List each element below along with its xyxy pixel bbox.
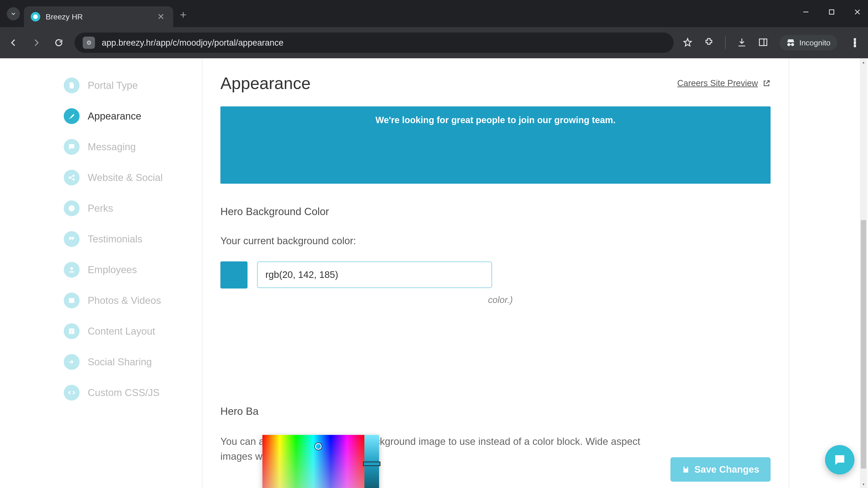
incognito-label: Incognito — [799, 38, 831, 47]
hero-banner-preview: We're looking for great people to join o… — [220, 106, 771, 184]
url-text: app.breezy.hr/app/c/moodjoy/portal/appea… — [102, 38, 283, 48]
external-link-icon — [763, 79, 771, 88]
settings-sidebar: Portal Type Appearance Messaging Website… — [64, 70, 190, 408]
svg-rect-18 — [72, 331, 74, 334]
sidebar-item-label: Messaging — [88, 141, 136, 153]
share-icon — [64, 170, 80, 186]
sidebar-item-appearance[interactable]: Appearance — [64, 101, 190, 131]
preview-link-label: Careers Site Preview — [677, 78, 758, 88]
current-color-label: Your current background color: — [220, 235, 771, 247]
page-header: Appearance Careers Site Preview — [220, 74, 771, 93]
code-icon — [64, 385, 80, 400]
scroll-thumb[interactable] — [861, 220, 866, 468]
save-bar: Save Changes — [202, 457, 789, 482]
browser-menu-button[interactable] — [848, 38, 861, 47]
sidebar-item-label: Testimonials — [88, 233, 143, 245]
chat-bubble-icon — [833, 453, 846, 466]
tabs-dropdown-button[interactable] — [7, 7, 20, 20]
sidebar-item-content-layout[interactable]: Content Layout — [64, 316, 190, 347]
scroll-up-button[interactable]: ▴ — [860, 58, 867, 66]
plus-circle-icon — [64, 200, 80, 216]
svg-point-13 — [69, 205, 74, 211]
scroll-down-button[interactable]: ▾ — [860, 480, 867, 488]
browser-tab[interactable]: Breezy HR ✕ — [24, 6, 173, 27]
reload-button[interactable] — [52, 36, 66, 50]
back-button[interactable] — [7, 36, 20, 50]
spectrum-cursor[interactable] — [315, 443, 322, 450]
side-panel-button[interactable] — [758, 37, 768, 48]
sidebar-item-label: Custom CSS/JS — [88, 387, 160, 398]
page: Portal Type Appearance Messaging Website… — [0, 58, 868, 488]
svg-point-7 — [854, 38, 856, 40]
bookmark-button[interactable] — [683, 37, 692, 48]
tab-title: Breezy HR — [46, 12, 156, 21]
quote-icon — [64, 231, 80, 247]
sidebar-item-testimonials[interactable]: Testimonials — [64, 224, 190, 254]
layout-icon — [64, 323, 80, 339]
close-tab-button[interactable]: ✕ — [156, 12, 166, 22]
sidebar-item-website-social[interactable]: Website & Social — [64, 162, 190, 193]
sidebar-item-label: Employees — [88, 264, 137, 275]
hero-bg-color-heading: Hero Background Color — [220, 205, 771, 218]
svg-rect-16 — [69, 329, 74, 331]
svg-rect-2 — [829, 10, 834, 14]
sidebar-item-employees[interactable]: Employees — [64, 254, 190, 285]
sidebar-item-label: Photos & Videos — [88, 295, 161, 306]
color-value-input[interactable] — [257, 261, 492, 288]
main-content: Appearance Careers Site Preview We're lo… — [202, 58, 789, 464]
svg-point-14 — [70, 267, 73, 270]
chat-icon — [64, 139, 80, 155]
incognito-chip[interactable]: Incognito — [779, 35, 837, 51]
sidebar-item-label: Website & Social — [88, 172, 163, 183]
vertical-scrollbar[interactable]: ▴ ▾ — [860, 58, 867, 488]
brush-icon — [64, 108, 80, 124]
sidebar-item-label: Content Layout — [88, 326, 155, 337]
sidebar-item-custom-css-js[interactable]: Custom CSS/JS — [64, 377, 190, 408]
sidebar-item-label: Social Sharing — [88, 356, 152, 367]
tab-favicon — [31, 12, 40, 22]
image-icon — [64, 293, 80, 308]
extensions-button[interactable] — [704, 37, 714, 48]
content-frame: Appearance Careers Site Preview We're lo… — [202, 58, 789, 488]
svg-rect-17 — [69, 331, 71, 334]
file-icon — [64, 77, 80, 93]
svg-rect-15 — [69, 298, 74, 303]
sidebar-item-label: Perks — [88, 203, 113, 214]
tab-strip: Breezy HR ✕ + — [0, 0, 868, 27]
save-button-label: Save Changes — [694, 464, 759, 475]
svg-point-0 — [33, 14, 38, 19]
color-row: color.) + — [220, 261, 771, 289]
downloads-button[interactable] — [737, 37, 747, 48]
sidebar-item-photos-videos[interactable]: Photos & Videos — [64, 285, 190, 316]
intercom-chat-button[interactable] — [825, 445, 855, 475]
sidebar-item-messaging[interactable]: Messaging — [64, 131, 190, 162]
minimize-button[interactable] — [802, 8, 810, 18]
careers-preview-link[interactable]: Careers Site Preview — [677, 78, 771, 88]
toolbar-divider — [725, 36, 725, 49]
sidebar-item-label: Portal Type — [88, 80, 138, 91]
arrow-forward-icon — [64, 354, 80, 370]
sidebar-item-perks[interactable]: Perks — [64, 193, 190, 224]
users-icon — [64, 262, 80, 278]
forward-button[interactable] — [29, 36, 43, 50]
save-changes-button[interactable]: Save Changes — [671, 457, 771, 482]
sidebar-item-social-sharing[interactable]: Social Sharing — [64, 347, 190, 377]
svg-point-9 — [854, 45, 856, 47]
hero-tagline: We're looking for great people to join o… — [375, 115, 616, 184]
window-controls — [802, 8, 861, 18]
page-title: Appearance — [220, 74, 311, 93]
sidebar-item-label: Appearance — [88, 110, 141, 122]
svg-point-8 — [854, 41, 856, 44]
toolbar-actions: Incognito — [683, 35, 861, 51]
address-bar[interactable]: ⚙ app.breezy.hr/app/c/moodjoy/portal/app… — [74, 33, 674, 53]
close-window-button[interactable] — [854, 8, 861, 18]
new-tab-button[interactable]: + — [180, 8, 186, 21]
site-info-button[interactable]: ⚙ — [83, 37, 95, 49]
save-icon — [682, 465, 690, 474]
hero-bg-image-heading-fragment: Hero Ba — [220, 405, 771, 417]
maximize-button[interactable] — [828, 8, 835, 18]
color-swatch-button[interactable] — [220, 261, 248, 289]
sidebar-item-portal-type[interactable]: Portal Type — [64, 70, 190, 101]
browser-toolbar: ⚙ app.breezy.hr/app/c/moodjoy/portal/app… — [0, 27, 868, 58]
hint-text-fragment: color.) — [488, 295, 513, 305]
